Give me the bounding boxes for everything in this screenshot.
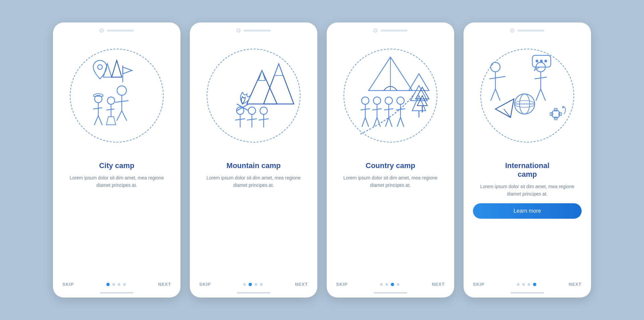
country-skip-button[interactable]: SKIP xyxy=(336,282,347,287)
svg-point-0 xyxy=(98,65,102,69)
city-content-area: City camp Lorem ipsum dolor sit dim amet… xyxy=(53,156,180,279)
svg-point-5 xyxy=(117,86,126,95)
dot-3 xyxy=(255,283,257,286)
city-nav-dots xyxy=(106,283,126,286)
svg-point-62 xyxy=(491,62,500,72)
svg-point-75 xyxy=(544,60,547,62)
country-camp-description: Lorem ipsum dolor sit dim amet, mea regi… xyxy=(336,174,445,189)
international-skip-button[interactable]: SKIP xyxy=(473,282,484,287)
mountain-camp-illustration xyxy=(203,47,304,144)
svg-line-14 xyxy=(98,116,102,125)
learn-more-button[interactable]: Learn more xyxy=(473,203,582,219)
mountain-content-area: Mountain camp Lorem ipsum dolor sit dim … xyxy=(190,156,317,279)
svg-line-17 xyxy=(106,109,114,110)
phone-speaker xyxy=(107,30,134,32)
phone-card-international: International camp Lorem ipsum dolor sit… xyxy=(464,22,591,298)
svg-marker-39 xyxy=(416,87,429,99)
dot-4 xyxy=(533,283,536,286)
city-home-indicator xyxy=(100,292,133,294)
phone-card-country: Country camp Lorem ipsum dolor sit dim a… xyxy=(327,22,454,298)
international-home-indicator xyxy=(511,292,544,294)
mountain-bottom-nav: SKIP NEXT xyxy=(190,279,317,291)
dot-1 xyxy=(243,283,246,286)
svg-line-56 xyxy=(389,117,392,127)
svg-point-27 xyxy=(248,107,256,114)
city-skip-button[interactable]: SKIP xyxy=(62,282,74,287)
svg-point-74 xyxy=(540,60,543,62)
mountain-illustration-area xyxy=(190,35,317,156)
mountain-next-button[interactable]: NEXT xyxy=(295,282,308,287)
svg-line-65 xyxy=(491,89,495,101)
svg-point-73 xyxy=(536,60,538,62)
dot-4 xyxy=(397,283,399,286)
svg-point-30 xyxy=(260,107,267,114)
dot-1 xyxy=(517,283,520,286)
city-bottom-nav: SKIP NEXT xyxy=(53,279,180,291)
phone-top-bar xyxy=(53,22,180,35)
svg-marker-21 xyxy=(274,64,283,75)
country-phone-speaker xyxy=(381,30,408,32)
svg-point-52 xyxy=(385,97,392,104)
international-phone-speaker xyxy=(518,30,544,32)
svg-line-8 xyxy=(117,111,122,121)
phone-camera xyxy=(100,29,104,33)
mountain-camp-title: Mountain camp xyxy=(226,161,280,170)
cards-container: City camp Lorem ipsum dolor sit dim amet… xyxy=(40,9,604,311)
svg-line-45 xyxy=(362,117,365,127)
mountain-phone-top-bar xyxy=(190,22,317,35)
mountain-home-indicator xyxy=(237,292,270,294)
mountain-phone-camera xyxy=(236,29,240,33)
international-camp-illustration xyxy=(477,47,578,144)
country-phone-top-bar xyxy=(327,22,454,35)
international-illustration-area xyxy=(464,35,591,156)
svg-line-46 xyxy=(365,117,369,127)
country-next-button[interactable]: NEXT xyxy=(432,282,445,287)
phone-card-city: City camp Lorem ipsum dolor sit dim amet… xyxy=(53,22,180,298)
country-bottom-nav: SKIP NEXT xyxy=(327,279,454,291)
svg-line-81 xyxy=(504,109,511,117)
city-camp-title: City camp xyxy=(99,161,134,170)
dot-1 xyxy=(380,283,383,286)
international-bottom-nav: SKIP NEXT xyxy=(464,279,591,291)
svg-line-66 xyxy=(495,89,500,101)
international-phone-camera xyxy=(510,29,514,33)
mountain-nav-dots xyxy=(243,283,263,286)
svg-line-13 xyxy=(94,116,98,125)
international-phone-top-bar xyxy=(464,22,591,35)
svg-point-42 xyxy=(362,97,369,104)
svg-point-57 xyxy=(397,97,404,104)
mountain-skip-button[interactable]: SKIP xyxy=(199,282,211,287)
city-camp-description: Lorem ipsum dolor sit dim amet, mea regi… xyxy=(62,174,171,189)
svg-point-47 xyxy=(373,97,381,104)
dot-2 xyxy=(249,283,252,286)
country-phone-camera xyxy=(373,29,377,33)
dot-1 xyxy=(106,283,110,286)
city-illustration-area xyxy=(53,35,180,156)
svg-marker-80 xyxy=(495,99,514,117)
phone-card-mountain: Mountain camp Lorem ipsum dolor sit dim … xyxy=(190,22,317,298)
dot-3 xyxy=(391,283,394,286)
country-camp-title: Country camp xyxy=(366,161,415,170)
dot-2 xyxy=(112,283,115,286)
svg-marker-1 xyxy=(103,64,112,77)
dot-2 xyxy=(522,283,525,286)
international-content-area: International camp Lorem ipsum dolor sit… xyxy=(464,156,591,279)
mountain-camp-description: Lorem ipsum dolor sit dim amet, mea regi… xyxy=(199,174,308,189)
svg-line-71 xyxy=(541,89,545,101)
dot-4 xyxy=(123,283,126,286)
country-illustration-area xyxy=(327,35,454,156)
country-camp-illustration xyxy=(340,47,441,144)
svg-point-15 xyxy=(107,97,115,104)
svg-marker-18 xyxy=(247,70,277,104)
dot-2 xyxy=(385,283,388,286)
international-nav-dots xyxy=(517,283,536,286)
international-next-button[interactable]: NEXT xyxy=(569,282,582,287)
dot-4 xyxy=(260,283,263,286)
dot-3 xyxy=(118,283,120,286)
country-content-area: Country camp Lorem ipsum dolor sit dim a… xyxy=(327,156,454,279)
svg-line-61 xyxy=(400,117,404,127)
country-home-indicator xyxy=(374,292,407,294)
international-camp-description: Lorem ipsum dolor sit dim amet, mea regi… xyxy=(473,183,582,198)
city-next-button[interactable]: NEXT xyxy=(158,282,171,287)
svg-line-70 xyxy=(536,89,541,101)
